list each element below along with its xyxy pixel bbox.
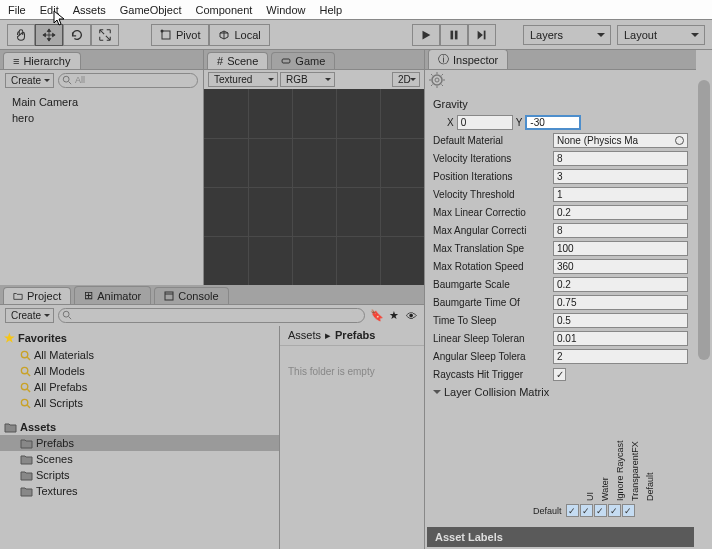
menu-assets[interactable]: Assets — [73, 4, 106, 16]
property-input[interactable] — [553, 295, 688, 310]
matrix-checkbox[interactable] — [594, 504, 607, 517]
property-label: Time To Sleep — [433, 315, 551, 326]
gravity-y-input[interactable] — [525, 115, 581, 130]
scene-rgb-dropdown[interactable]: RGB — [280, 72, 335, 87]
inspector-scrollbar[interactable] — [696, 50, 712, 549]
hand-tool-button[interactable] — [7, 24, 35, 46]
matrix-checkbox[interactable] — [608, 504, 621, 517]
svg-point-15 — [21, 383, 27, 389]
folder-icon — [20, 438, 33, 449]
game-tab[interactable]: Game — [271, 52, 335, 69]
console-tab[interactable]: Console — [154, 287, 228, 304]
hierarchy-item[interactable]: Main Camera — [8, 94, 195, 110]
layers-dropdown[interactable]: Layers — [523, 25, 611, 45]
object-picker-icon[interactable] — [675, 136, 684, 145]
hierarchy-item[interactable]: hero — [8, 110, 195, 126]
local-button[interactable]: Local — [209, 24, 269, 46]
step-button[interactable] — [468, 24, 496, 46]
favorite-item[interactable]: All Models — [0, 363, 279, 379]
property-input[interactable] — [553, 169, 688, 184]
matrix-checkbox[interactable] — [566, 504, 579, 517]
project-hidden-icon[interactable]: 👁 — [403, 308, 419, 324]
play-controls — [412, 24, 496, 46]
property-input[interactable] — [553, 223, 688, 238]
svg-line-6 — [69, 82, 72, 85]
property-input[interactable] — [553, 187, 688, 202]
main-toolbar: Pivot Local Layers Layout — [0, 20, 712, 50]
scene-2d-toggle[interactable]: 2D — [392, 72, 420, 87]
favorite-item[interactable]: All Materials — [0, 347, 279, 363]
project-search-input[interactable] — [58, 308, 365, 323]
search-icon — [20, 382, 31, 393]
layer-collision-matrix-header[interactable]: Layer Collision Matrix — [433, 383, 688, 401]
menu-window[interactable]: Window — [266, 4, 305, 16]
menu-file[interactable]: File — [8, 4, 26, 16]
svg-point-19 — [432, 75, 442, 85]
svg-rect-0 — [162, 31, 170, 39]
folder-item[interactable]: Scenes — [0, 451, 279, 467]
matrix-checkbox[interactable] — [580, 504, 593, 517]
property-input[interactable] — [553, 241, 688, 256]
pause-button[interactable] — [440, 24, 468, 46]
property-input[interactable] — [553, 259, 688, 274]
svg-line-14 — [27, 373, 30, 376]
asset-labels-header[interactable]: Asset Labels — [427, 527, 694, 547]
favorite-item[interactable]: All Prefabs — [0, 379, 279, 395]
hierarchy-create-dropdown[interactable]: Create — [5, 73, 54, 88]
scene-shading-dropdown[interactable]: Textured — [208, 72, 278, 87]
property-input[interactable] — [553, 349, 688, 364]
folder-item[interactable]: Prefabs — [0, 435, 279, 451]
project-tab[interactable]: Project — [3, 287, 71, 304]
animator-tab[interactable]: ⊞Animator — [74, 286, 151, 304]
matrix-col-label: Water — [600, 477, 610, 501]
breadcrumb-item[interactable]: Assets — [288, 329, 321, 342]
assets-header[interactable]: Assets — [0, 419, 279, 435]
property-input[interactable] — [553, 151, 688, 166]
rotate-tool-button[interactable] — [63, 24, 91, 46]
property-input[interactable] — [553, 331, 688, 346]
property-label: Default Material — [433, 135, 551, 146]
folder-icon — [20, 486, 33, 497]
menu-bar: File Edit Assets GameObject Component Wi… — [0, 0, 712, 20]
svg-line-18 — [27, 405, 30, 408]
property-input[interactable] — [553, 205, 688, 220]
menu-help[interactable]: Help — [319, 4, 342, 16]
favorite-item[interactable]: All Scripts — [0, 395, 279, 411]
project-tree: ★Favorites All Materials All Models All … — [0, 326, 280, 549]
project-save-icon[interactable]: ★ — [386, 308, 402, 324]
pivot-button[interactable]: Pivot — [151, 24, 209, 46]
menu-edit[interactable]: Edit — [40, 4, 59, 16]
search-icon — [20, 366, 31, 377]
svg-point-11 — [21, 351, 27, 357]
property-input[interactable] — [553, 277, 688, 292]
breadcrumb-item[interactable]: Prefabs — [335, 329, 375, 342]
hierarchy-search-input[interactable]: All — [58, 73, 198, 88]
project-filter-icon[interactable]: 🔖 — [369, 308, 385, 324]
property-input[interactable] — [553, 313, 688, 328]
gravity-x-input[interactable] — [457, 115, 513, 130]
property-label: Baumgarte Time Of — [433, 297, 551, 308]
folder-item[interactable]: Textures — [0, 483, 279, 499]
scene-tab[interactable]: #Scene — [207, 52, 268, 69]
search-icon — [20, 398, 31, 409]
move-tool-button[interactable] — [35, 24, 63, 46]
property-checkbox[interactable] — [553, 368, 566, 381]
inspector-tab[interactable]: ⓘInspector — [428, 49, 508, 69]
favorites-header[interactable]: ★Favorites — [0, 329, 279, 347]
menu-gameobject[interactable]: GameObject — [120, 4, 182, 16]
layout-dropdown[interactable]: Layout — [617, 25, 705, 45]
folder-item[interactable]: Scripts — [0, 467, 279, 483]
scene-viewport[interactable] — [204, 89, 424, 285]
scale-tool-button[interactable] — [91, 24, 119, 46]
property-label: Linear Sleep Toleran — [433, 333, 551, 344]
gear-icon[interactable] — [429, 72, 445, 88]
matrix-col-label: TransparentFX — [630, 441, 640, 501]
project-create-dropdown[interactable]: Create — [5, 308, 54, 323]
hierarchy-tab[interactable]: ≡Hierarchy — [3, 52, 81, 69]
play-button[interactable] — [412, 24, 440, 46]
menu-component[interactable]: Component — [195, 4, 252, 16]
matrix-checkbox[interactable] — [622, 504, 635, 517]
svg-point-13 — [21, 367, 27, 373]
svg-line-16 — [27, 389, 30, 392]
object-field[interactable]: None (Physics Ma — [553, 133, 688, 148]
